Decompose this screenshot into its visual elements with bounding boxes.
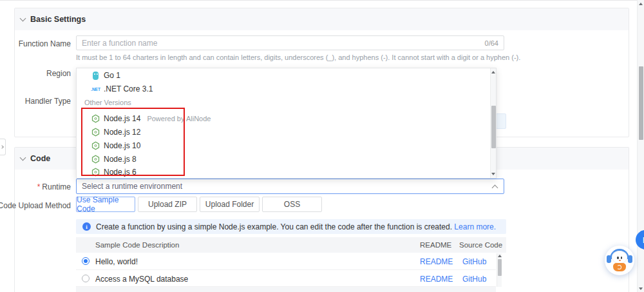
headphone-cup <box>607 255 611 263</box>
function-name-helper: It must be 1 to 64 charters in length an… <box>76 54 520 61</box>
upload-folder-button[interactable]: Upload Folder <box>200 197 260 212</box>
table-row[interactable]: Hello, world! README GitHub <box>76 253 496 270</box>
col-description: Sample Code Description <box>95 241 179 249</box>
char-counter: 0/64 <box>485 39 504 47</box>
function-name-input[interactable] <box>77 36 485 50</box>
table-next-row-sliver <box>76 287 496 292</box>
runtime-select[interactable]: Select a runtime environment <box>76 179 504 194</box>
scroll-down-icon[interactable] <box>491 173 495 175</box>
red-annotation-box <box>81 108 185 176</box>
dropdown-item-dotnet[interactable]: .NET .NET Core 3.1 <box>77 83 482 95</box>
readme-link[interactable]: README <box>420 257 453 266</box>
upload-zip-button[interactable]: Upload ZIP <box>138 197 197 212</box>
runtime-label-text: Runtime <box>42 182 71 191</box>
radio-selected[interactable] <box>82 257 90 265</box>
chevron-down-icon <box>20 155 26 161</box>
github-link[interactable]: GitHub <box>462 275 486 284</box>
radio-unselected[interactable] <box>82 275 90 282</box>
readme-link[interactable]: README <box>420 275 453 284</box>
dotnet-icon: .NET <box>91 87 100 92</box>
table-scrollbar[interactable] <box>497 253 502 287</box>
sample-description: Hello, world! <box>95 257 138 266</box>
scroll-up-icon[interactable] <box>498 255 502 257</box>
scroll-down-icon[interactable] <box>639 287 643 290</box>
upload-method-label: Code Upload Method <box>0 201 71 210</box>
function-name-field-wrap: 0/64 <box>76 35 504 50</box>
go-icon <box>91 72 100 80</box>
section-title: Code <box>30 154 50 163</box>
item-label: .NET Core 3.1 <box>104 84 153 93</box>
use-sample-code-button[interactable]: Use Sample Code <box>76 197 135 212</box>
chevron-down-icon <box>20 15 26 22</box>
col-readme: README <box>420 241 451 249</box>
region-label: Region <box>46 69 71 78</box>
sample-description: Access a MySQL database <box>95 275 188 284</box>
section-title: Basic Settings <box>30 15 86 24</box>
learn-more-link[interactable]: Learn more. <box>454 222 496 231</box>
required-asterisk: * <box>37 182 41 191</box>
function-name-label: Function Name <box>19 39 71 48</box>
chevron-up-icon <box>492 184 498 191</box>
runtime-label: *Runtime <box>37 182 71 191</box>
create-function-page: Basic Settings Function Name 0/64 It mus… <box>0 0 644 292</box>
dropdown-item-go1[interactable]: Go 1 <box>77 69 482 82</box>
github-link[interactable]: GitHub <box>462 257 486 266</box>
sample-table-header: Sample Code Description README Source Co… <box>76 237 506 253</box>
dropdown-group-label: Other Versions <box>84 99 131 106</box>
info-banner-text: Create a function by using a simple Node… <box>96 222 452 231</box>
table-scrollbar-thumb[interactable] <box>498 259 502 276</box>
handler-type-label: Handler Type <box>25 97 71 106</box>
panel-expander[interactable] <box>0 139 6 155</box>
robot-body <box>613 263 626 271</box>
robot-face <box>612 251 627 264</box>
scroll-up-icon[interactable] <box>639 3 643 5</box>
dropdown-scrollbar-thumb[interactable] <box>491 106 496 148</box>
basic-settings-header[interactable]: Basic Settings <box>15 8 629 30</box>
table-row[interactable]: Access a MySQL database README GitHub <box>76 270 496 287</box>
info-icon: i <box>82 222 91 231</box>
item-label: Go 1 <box>104 71 120 80</box>
chevron-right-icon <box>0 145 4 149</box>
top-divider <box>0 0 644 1</box>
dropdown-scrollbar[interactable] <box>490 68 496 178</box>
col-source-code: Source Code <box>459 241 502 249</box>
oss-button[interactable]: OSS <box>262 197 322 212</box>
runtime-select-value: Select a runtime environment <box>82 182 182 191</box>
info-banner: i Create a function by using a simple No… <box>76 219 506 234</box>
chatbot-mascot-icon[interactable] <box>605 246 634 275</box>
page-scrollbar-thumb[interactable] <box>639 66 643 140</box>
scroll-up-icon[interactable] <box>491 71 495 73</box>
handler-type-control-sliver <box>496 113 506 129</box>
headphone-cup <box>628 255 632 263</box>
